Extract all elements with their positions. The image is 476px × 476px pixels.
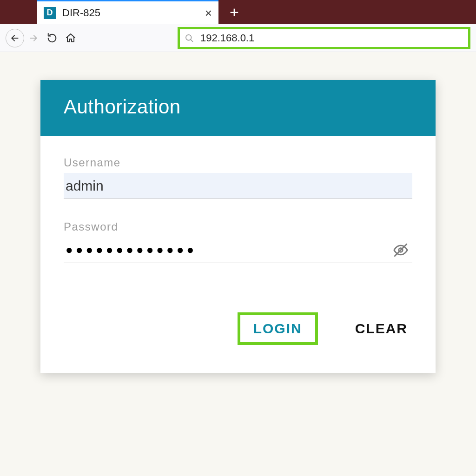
home-button[interactable] [61,29,80,47]
tab-strip: D DIR-825 × + [0,0,476,24]
clear-button[interactable]: CLEAR [350,312,412,345]
login-button[interactable]: LOGIN [238,312,318,345]
toggle-password-visibility[interactable] [393,242,412,258]
card-body: Username Password ●●●●●●●●●●●●● LOGIN CL… [40,136,436,373]
address-input[interactable] [200,32,463,44]
reload-button[interactable] [43,29,61,47]
svg-line-3 [191,40,192,41]
password-row: ●●●●●●●●●●●●● [64,237,412,263]
action-row: LOGIN CLEAR [64,284,412,357]
arrow-right-icon [29,33,38,43]
password-label: Password [64,220,412,233]
new-tab-button[interactable]: + [225,3,244,21]
password-field: Password ●●●●●●●●●●●●● [64,220,412,263]
eye-off-icon [393,242,409,258]
username-label: Username [64,156,412,169]
password-input[interactable]: ●●●●●●●●●●●●● [64,243,393,257]
home-icon [65,33,76,44]
username-input[interactable] [64,173,412,199]
back-button[interactable] [6,29,24,47]
reload-icon [47,33,57,43]
card-header: Authorization [40,80,436,136]
card-title: Authorization [64,96,412,118]
browser-tab[interactable]: D DIR-825 × [37,0,218,24]
browser-toolbar [0,24,476,52]
address-bar[interactable] [178,27,470,49]
page-content: Authorization Username Password ●●●●●●●●… [0,52,476,373]
arrow-left-icon [10,33,20,43]
username-field: Username [64,156,412,199]
forward-button[interactable] [24,29,43,47]
search-icon [185,33,194,43]
auth-card: Authorization Username Password ●●●●●●●●… [40,80,436,373]
favicon-icon: D [44,7,56,19]
close-icon[interactable]: × [205,7,212,19]
tab-title: DIR-825 [62,7,205,19]
